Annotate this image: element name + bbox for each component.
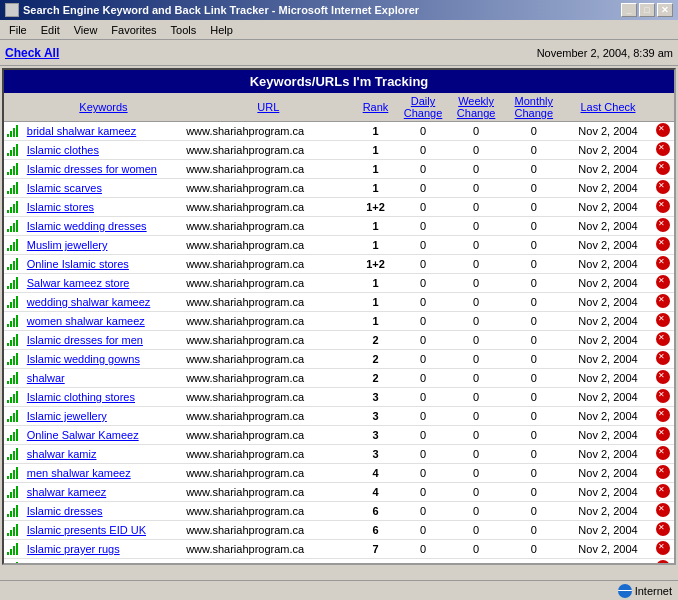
delete-button[interactable] xyxy=(656,237,670,251)
delete-button[interactable] xyxy=(656,161,670,175)
delete-button[interactable] xyxy=(656,370,670,384)
col-header-url[interactable]: URL xyxy=(183,93,353,122)
row-keyword[interactable]: Islamic wedding dresses xyxy=(24,217,183,236)
row-keyword[interactable]: Islamic dresses for women xyxy=(24,160,183,179)
row-daily-change: 0 xyxy=(397,369,448,388)
col-header-monthly[interactable]: Monthly Change xyxy=(504,93,564,122)
row-keyword[interactable]: bridal shalwar kameez xyxy=(24,122,183,141)
row-delete-cell xyxy=(652,122,674,141)
row-keyword[interactable]: men shalwar kameez xyxy=(24,464,183,483)
col-header-weekly[interactable]: Weekly Change xyxy=(449,93,504,122)
row-keyword[interactable]: Salwar kameez store xyxy=(24,274,183,293)
delete-button[interactable] xyxy=(656,142,670,156)
delete-button[interactable] xyxy=(656,294,670,308)
delete-button[interactable] xyxy=(656,427,670,441)
col-header-rank[interactable]: Rank xyxy=(354,93,398,122)
row-rank: 6 xyxy=(354,502,398,521)
row-delete-cell xyxy=(652,179,674,198)
check-all-button[interactable]: Check All xyxy=(5,46,59,60)
row-daily-change: 0 xyxy=(397,255,448,274)
delete-button[interactable] xyxy=(656,541,670,555)
maximize-button[interactable]: □ xyxy=(639,3,655,17)
row-keyword[interactable]: shalwar kameez xyxy=(24,483,183,502)
row-weekly-change: 0 xyxy=(449,198,504,217)
row-weekly-change: 0 xyxy=(449,350,504,369)
table-row: Muslim jewellerywww.shariahprogram.ca100… xyxy=(4,236,674,255)
menu-view[interactable]: View xyxy=(69,23,103,37)
row-monthly-change: 0 xyxy=(504,312,564,331)
row-delete-cell xyxy=(652,502,674,521)
status-internet: Internet xyxy=(618,584,672,598)
menu-help[interactable]: Help xyxy=(205,23,238,37)
row-keyword[interactable]: Islamic clothes xyxy=(24,141,183,160)
row-delete-cell xyxy=(652,141,674,160)
row-delete-cell xyxy=(652,198,674,217)
delete-button[interactable] xyxy=(656,351,670,365)
row-monthly-change: 0 xyxy=(504,274,564,293)
row-monthly-change: 0 xyxy=(504,483,564,502)
delete-button[interactable] xyxy=(656,503,670,517)
menu-file[interactable]: File xyxy=(4,23,32,37)
close-button[interactable]: ✕ xyxy=(657,3,673,17)
table-row: Online Islamic storeswww.shariahprogram.… xyxy=(4,255,674,274)
row-keyword[interactable]: Islamic clothing stores xyxy=(24,388,183,407)
window-title: Search Engine Keyword and Back Link Trac… xyxy=(23,4,419,16)
delete-button[interactable] xyxy=(656,522,670,536)
delete-button[interactable] xyxy=(656,465,670,479)
delete-button[interactable] xyxy=(656,560,670,565)
col-header-keywords[interactable]: Keywords xyxy=(24,93,183,122)
row-keyword[interactable]: Islamic gifts EID UK xyxy=(24,559,183,566)
menu-edit[interactable]: Edit xyxy=(36,23,65,37)
table-row: women shalwar kameezwww.shariahprogram.c… xyxy=(4,312,674,331)
menu-tools[interactable]: Tools xyxy=(166,23,202,37)
row-keyword[interactable]: women shalwar kameez xyxy=(24,312,183,331)
row-keyword[interactable]: Islamic jewellery xyxy=(24,407,183,426)
row-url: www.shariahprogram.ca xyxy=(183,293,353,312)
menu-favorites[interactable]: Favorites xyxy=(106,23,161,37)
row-daily-change: 0 xyxy=(397,559,448,566)
delete-button[interactable] xyxy=(656,484,670,498)
row-keyword[interactable]: wedding shalwar kameez xyxy=(24,293,183,312)
row-keyword[interactable]: Islamic wedding gowns xyxy=(24,350,183,369)
window-controls[interactable]: _ □ ✕ xyxy=(621,3,673,17)
row-url: www.shariahprogram.ca xyxy=(183,407,353,426)
row-keyword[interactable]: Islamic scarves xyxy=(24,179,183,198)
col-header-daily[interactable]: Daily Change xyxy=(397,93,448,122)
table-row: men shalwar kameezwww.shariahprogram.ca4… xyxy=(4,464,674,483)
row-weekly-change: 0 xyxy=(449,236,504,255)
delete-button[interactable] xyxy=(656,199,670,213)
row-keyword[interactable]: Muslim jewellery xyxy=(24,236,183,255)
row-keyword[interactable]: Online Salwar Kameez xyxy=(24,426,183,445)
delete-button[interactable] xyxy=(656,123,670,137)
table-row: shalwar kameezwww.shariahprogram.ca4000N… xyxy=(4,483,674,502)
row-url: www.shariahprogram.ca xyxy=(183,540,353,559)
col-header-lastcheck[interactable]: Last Check xyxy=(564,93,652,122)
row-keyword[interactable]: Islamic dresses for men xyxy=(24,331,183,350)
row-weekly-change: 0 xyxy=(449,255,504,274)
row-keyword[interactable]: Islamic prayer rugs xyxy=(24,540,183,559)
row-keyword[interactable]: Online Islamic stores xyxy=(24,255,183,274)
row-keyword[interactable]: shalwar kamiz xyxy=(24,445,183,464)
row-bar-icon xyxy=(4,293,24,312)
minimize-button[interactable]: _ xyxy=(621,3,637,17)
row-url: www.shariahprogram.ca xyxy=(183,559,353,566)
delete-button[interactable] xyxy=(656,275,670,289)
delete-button[interactable] xyxy=(656,180,670,194)
delete-button[interactable] xyxy=(656,446,670,460)
delete-button[interactable] xyxy=(656,332,670,346)
delete-button[interactable] xyxy=(656,408,670,422)
datetime-display: November 2, 2004, 8:39 am xyxy=(537,47,673,59)
delete-button[interactable] xyxy=(656,313,670,327)
row-bar-icon xyxy=(4,217,24,236)
row-monthly-change: 0 xyxy=(504,502,564,521)
row-keyword[interactable]: Islamic dresses xyxy=(24,502,183,521)
row-keyword[interactable]: shalwar xyxy=(24,369,183,388)
delete-button[interactable] xyxy=(656,218,670,232)
row-keyword[interactable]: Islamic stores xyxy=(24,198,183,217)
row-url: www.shariahprogram.ca xyxy=(183,445,353,464)
row-rank: 3 xyxy=(354,388,398,407)
delete-button[interactable] xyxy=(656,389,670,403)
row-keyword[interactable]: Islamic presents EID UK xyxy=(24,521,183,540)
row-monthly-change: 0 xyxy=(504,255,564,274)
delete-button[interactable] xyxy=(656,256,670,270)
